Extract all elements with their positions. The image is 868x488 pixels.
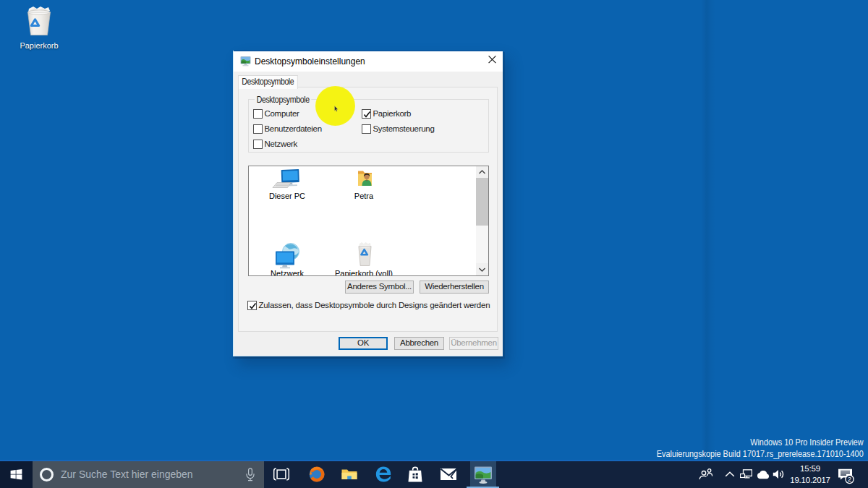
- svg-text:2: 2: [848, 476, 851, 483]
